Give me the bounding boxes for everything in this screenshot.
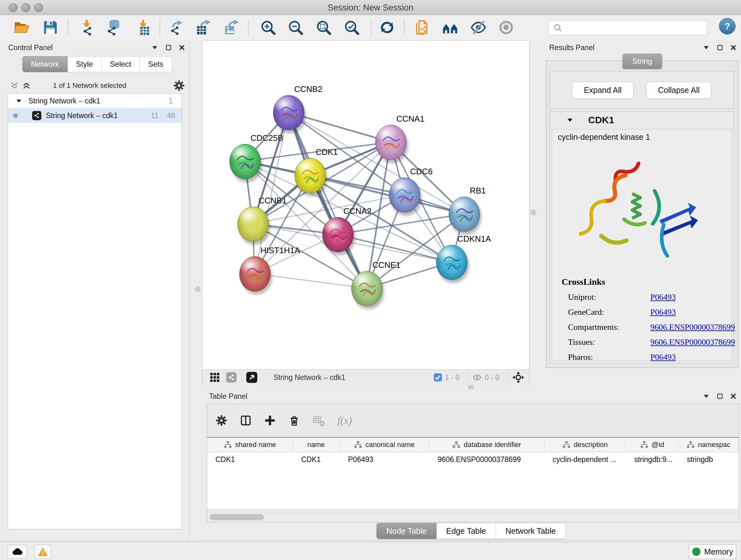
network-node-rb1[interactable] [449, 197, 480, 232]
table-cell[interactable]: P06493 [340, 452, 429, 467]
search-input[interactable] [565, 23, 707, 33]
import-network-database-button[interactable] [103, 17, 124, 38]
save-session-button[interactable] [40, 17, 61, 38]
network-node-cdc6[interactable] [389, 178, 420, 212]
table-hscrollbar[interactable] [207, 512, 739, 522]
tab-string[interactable]: String [622, 54, 662, 69]
show-columns-icon[interactable] [240, 415, 252, 427]
collapse-all-button[interactable]: Collapse All [646, 82, 712, 99]
tab-node-table[interactable]: Node Table [377, 523, 436, 539]
table-row[interactable]: CDK1CDK1P064939606.ENSP00000378699cyclin… [207, 452, 739, 467]
table-cell[interactable]: stringdb:9... [626, 452, 678, 467]
grid-view-icon[interactable] [209, 372, 220, 383]
tab-sets[interactable]: Sets [140, 56, 172, 72]
delete-column-icon[interactable] [288, 415, 300, 427]
network-node-ccna1[interactable] [375, 125, 407, 160]
zoom-in-button[interactable] [258, 17, 279, 38]
network-node-hist1h1a[interactable] [239, 256, 271, 292]
float-panel-icon[interactable] [165, 44, 172, 51]
table-cell[interactable]: CDK1 [293, 452, 340, 467]
node-label: CCNA2 [343, 206, 372, 216]
share-view-icon[interactable] [226, 372, 237, 383]
collection-expanded-icon[interactable] [16, 98, 22, 104]
memory-button[interactable]: Memory [689, 544, 736, 559]
crosslink-link[interactable]: P06493 [650, 307, 676, 317]
entry-description: cyclin-dependent kinase 1 [558, 132, 650, 142]
apply-layout-button[interactable] [377, 17, 398, 38]
column-header-description[interactable]: description [544, 438, 626, 452]
tab-select[interactable]: Select [102, 56, 140, 72]
close-panel-icon[interactable] [179, 44, 185, 51]
help-button[interactable]: ? [719, 18, 736, 35]
crosslink-link[interactable]: P06493 [650, 293, 676, 302]
table-cell[interactable]: CDK1 [207, 452, 293, 467]
float-panel-icon[interactable] [717, 393, 723, 399]
network-node-ccne1[interactable] [351, 271, 383, 306]
table-cell[interactable]: cyclin-dependent ... [544, 452, 626, 467]
hidden-eye-icon[interactable] [472, 372, 482, 382]
birds-eye-crosshair-icon[interactable] [512, 371, 525, 384]
open-session-button[interactable] [11, 17, 32, 38]
zoom-out-button[interactable] [285, 17, 306, 38]
function-builder-button[interactable]: f(x) [337, 415, 352, 427]
column-header-name[interactable]: name [293, 438, 340, 452]
network-edge[interactable] [288, 112, 367, 288]
network-node-ccna2[interactable] [322, 217, 354, 252]
column-header-database-identifier[interactable]: database identifier [429, 438, 544, 452]
table-gear-icon[interactable] [215, 415, 227, 427]
network-node-cdkn1a[interactable] [436, 245, 468, 280]
crosslink-link[interactable]: 9606.ENSP00000378699 [650, 322, 735, 332]
hide-selected-button[interactable] [468, 17, 489, 38]
delete-table-icon[interactable] [313, 414, 325, 427]
export-table-button[interactable] [193, 17, 214, 38]
panel-menu-icon[interactable] [151, 44, 158, 51]
show-all-button[interactable] [495, 17, 517, 38]
panel-menu-icon[interactable] [703, 44, 710, 51]
warning-button[interactable] [35, 545, 51, 559]
close-panel-icon[interactable] [730, 393, 737, 399]
network-canvas[interactable]: CCNB2CCNA1CDC25BCDK1CDC6RB1CCNB1CCNA2CDK… [202, 41, 529, 369]
splitter-grip[interactable] [531, 210, 536, 215]
panel-menu-icon[interactable] [703, 393, 710, 400]
table-cell[interactable]: 9606.ENSP00000378699 [429, 452, 544, 467]
zoom-selected-button[interactable] [341, 17, 362, 38]
import-network-file-button[interactable] [76, 17, 97, 38]
import-table-button[interactable] [132, 17, 153, 38]
table-cell[interactable]: stringdb [678, 452, 739, 467]
new-network-from-selection-button[interactable] [411, 17, 432, 38]
cloud-button[interactable] [8, 545, 27, 559]
tab-style[interactable]: Style [68, 56, 102, 72]
tab-network[interactable]: Network [22, 56, 68, 72]
column-header-shared-name[interactable]: shared name [207, 438, 293, 452]
network-collection-row[interactable]: String Network – cdk1 1 [8, 94, 182, 108]
column-header-namespac[interactable]: namespac [678, 438, 739, 452]
network-edge[interactable] [255, 273, 367, 288]
crosslink-link[interactable]: 9606.ENSP00000378699 [650, 337, 735, 347]
toolbar-separator [159, 19, 160, 36]
add-column-icon[interactable] [264, 415, 276, 427]
column-header--id[interactable]: @id [626, 438, 678, 452]
detach-view-icon[interactable] [246, 372, 258, 383]
zoom-fit-button[interactable] [313, 17, 334, 38]
network-row[interactable]: String Network – cdk1 11 48 [8, 108, 182, 123]
entry-expanded-icon[interactable] [566, 117, 574, 124]
expand-all-button[interactable]: Expand All [572, 82, 633, 99]
column-header-canonical-name[interactable]: canonical name [340, 438, 429, 452]
search-box[interactable] [548, 20, 707, 36]
network-node-cdc25b[interactable] [229, 144, 261, 179]
close-panel-icon[interactable] [730, 44, 737, 51]
export-network-button[interactable] [166, 17, 187, 38]
table-hscrollbar-thumb[interactable] [210, 514, 264, 520]
network-node-ccnb2[interactable] [273, 95, 305, 130]
tab-network-table[interactable]: Network Table [496, 523, 566, 539]
splitter-grip[interactable] [195, 287, 200, 292]
gear-icon[interactable] [173, 79, 185, 91]
tab-edge-table[interactable]: Edge Table [436, 523, 496, 539]
float-panel-icon[interactable] [717, 44, 723, 51]
network-node-ccnb1[interactable] [238, 206, 269, 242]
export-image-button[interactable] [221, 17, 242, 38]
selected-checkbox-icon[interactable] [433, 373, 442, 382]
crosslink-link[interactable]: P06493 [650, 353, 676, 362]
first-neighbors-button[interactable] [440, 17, 461, 38]
network-node-cdk1[interactable] [294, 158, 326, 193]
